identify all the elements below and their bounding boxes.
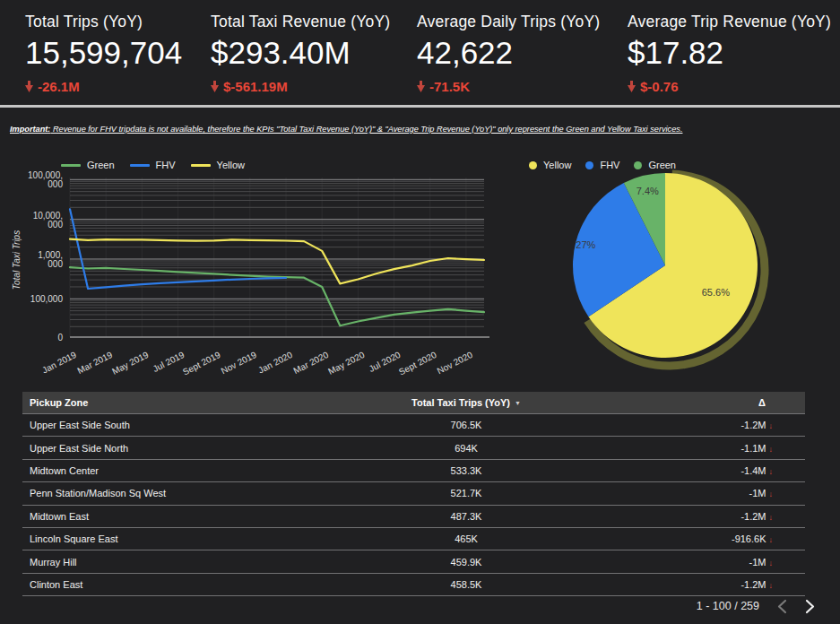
legend-label: FHV [600,160,619,170]
delta-cell: -1M↓ [605,557,805,568]
down-arrow-icon: ↓ [769,559,774,568]
legend-dot-green [634,161,642,169]
series-line-green[interactable] [70,267,484,325]
kpi-delta: $-561.19M [211,79,390,94]
trips-line-chart[interactable]: 100,000,00010,000,0001,000,000100,0000Ja… [7,152,502,378]
trips-cell: 533.3K [327,465,605,476]
kpi-delta: $-0.76 [628,79,831,94]
legend-swatch-yellow [191,164,211,167]
line-chart-legend: Green FHV Yellow [61,160,245,170]
table-row[interactable]: Clinton East458.5K-1.2M↓ [22,574,805,596]
x-tick-label: Jul 2020 [368,350,403,374]
x-tick-label: Jan 2019 [40,350,78,376]
kpi-delta-value: -71.5K [429,79,470,94]
x-tick-label: May 2020 [326,350,367,377]
legend-label: Yellow [543,160,571,170]
pickup-zone-cell: Midtown Center [22,465,327,476]
kpi-title: Total Trips (YoY) [25,13,182,31]
legend-swatch-green [61,164,81,167]
sort-desc-icon: ▼ [515,400,521,406]
pickup-zone-cell: Clinton East [22,579,327,590]
kpi-delta: -71.5K [417,79,600,94]
y-tick-label: 100,000 [30,294,64,304]
delta-cell: -1.1M↓ [605,443,805,454]
table-body: Upper East Side South706.5K-1.2M↓Upper E… [22,414,805,600]
column-header-total-trips[interactable]: Total Taxi Trips (YoY)▼ [327,397,605,408]
delta-value: -1.2M [740,511,766,522]
pickup-zone-cell: Upper East Side North [22,443,327,454]
delta-value: -1M [749,557,766,568]
chevron-left-icon [777,599,787,614]
y-tick-label: 0 [57,333,63,342]
table-pagination: 1 - 100 / 259 [697,595,815,617]
trips-cell: 694K [327,443,605,454]
delta-cell: -1.2M↓ [605,420,805,430]
y-axis-title: Total Taxi Trips [12,230,22,290]
legend-item-green: Green [61,160,115,170]
note-text: Revenue for FHV tripdata is not availabl… [50,125,682,134]
kpi-value: $17.82 [628,36,831,71]
down-arrow-icon [25,81,33,92]
prev-page-button[interactable] [777,599,787,614]
table-row[interactable]: Upper West Side South455.2K-812.5K↓ [22,596,805,600]
kpi-title: Average Trip Revenue (YoY) [628,13,831,31]
kpi-value: $293.40M [211,36,390,71]
delta-value: -1.4M [740,465,766,476]
legend-label: Green [87,160,115,170]
legend-label: FHV [156,160,176,170]
x-tick-label: Mar 2019 [75,350,114,376]
pickup-zone-cell: Penn Station/Madison Sq West [22,488,327,498]
pickup-zone-cell: Murray Hill [22,557,327,568]
kpi-card-total-trips: Total Trips (YoY) 15,599,704 -26.1M [25,13,182,94]
down-arrow-icon: ↓ [769,581,774,590]
table-header-row: Pickup Zone Total Taxi Trips (YoY)▼ Δ [22,392,805,414]
column-header-delta[interactable]: Δ [605,397,805,408]
note-prefix: Important: [10,125,50,134]
x-tick-label: Sept 2020 [397,350,438,377]
pie-slice-label: 65.6% [702,287,730,298]
down-arrow-icon: ↓ [769,490,774,498]
x-tick-label: Jan 2020 [256,350,294,376]
table-row[interactable]: Midtown East487.3K-1.2M↓ [22,506,805,528]
kpi-card-trip-revenue: Average Trip Revenue (YoY) $17.82 $-0.76 [628,13,831,94]
trips-cell: 706.5K [327,420,605,430]
delta-cell: -916.6K↓ [605,533,805,544]
kpi-card-daily-trips: Average Daily Trips (YoY) 42,622 -71.5K [417,13,600,94]
legend-item-fhv: FHV [130,160,176,170]
legend-swatch-fhv [130,164,150,167]
delta-value: -916.6K [732,533,766,544]
service-share-pie-chart[interactable]: 65.6%27%7.4% [524,152,838,378]
section-divider [0,105,840,108]
down-arrow-icon: ↓ [769,445,774,454]
x-tick-label: Nov 2020 [436,350,475,376]
pie-slice-label: 27% [576,239,595,250]
kpi-delta-value: $-561.19M [223,79,288,94]
trips-cell: 487.3K [327,511,605,522]
delta-cell: -1.2M↓ [605,579,805,590]
x-tick-label: Jul 2019 [152,350,186,374]
legend-item-yellow: Yellow [529,160,571,170]
y-tick-label: 10,000,000 [33,211,64,230]
legend-dot-yellow [529,161,537,169]
legend-item-fhv: FHV [585,160,619,170]
table-row[interactable]: Lincoln Square East465K-916.6K↓ [22,528,805,550]
pickup-zone-table: Pickup Zone Total Taxi Trips (YoY)▼ Δ Up… [22,392,805,600]
legend-dot-fhv [585,161,593,169]
delta-value: -1.1M [740,443,766,454]
legend-label: Green [648,160,676,170]
table-row[interactable]: Penn Station/Madison Sq West521.7K-1M↓ [22,482,805,505]
next-page-button[interactable] [805,599,815,614]
kpi-title: Total Taxi Revenue (YoY) [211,13,390,31]
pickup-zone-cell: Lincoln Square East [22,533,327,544]
table-row[interactable]: Upper East Side South706.5K-1.2M↓ [22,414,805,437]
table-row[interactable]: Upper East Side North694K-1.1M↓ [22,437,805,459]
table-row[interactable]: Murray Hill459.9K-1M↓ [22,550,805,573]
kpi-value: 15,599,704 [25,36,182,71]
delta-value: -1.2M [740,579,766,590]
legend-item-yellow: Yellow [191,160,245,170]
delta-cell: -1M↓ [605,488,805,498]
column-header-pickup-zone[interactable]: Pickup Zone [22,397,327,408]
down-arrow-icon [417,81,425,92]
table-row[interactable]: Midtown Center533.3K-1.4M↓ [22,460,805,482]
delta-value: -1M [749,488,766,498]
